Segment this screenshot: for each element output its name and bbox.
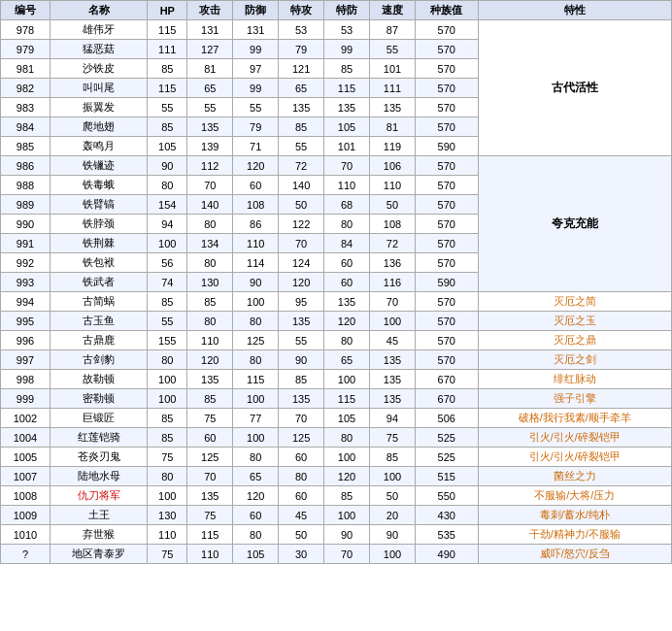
ability-cell: 绯红脉动 [478,370,671,389]
stat-value: 570 [415,234,478,253]
stat-value: 79 [233,117,279,137]
pokemon-name: 铁脖颈 [50,215,147,234]
ability-cell: 灭厄之简 [478,292,671,312]
stat-value: 45 [279,506,324,525]
table-row: 999密勒顿10085100135115135670强子引擎 [1,389,672,409]
stat-value: 131 [187,20,233,40]
table-row: 986铁镴迹901121207270106570夸克充能 [1,156,672,176]
pokemon-name: 爬地翅 [50,117,147,137]
stat-value: 124 [279,253,324,273]
stat-value: 135 [187,486,233,506]
stat-value: 79 [279,40,324,59]
stat-value: 55 [148,312,187,331]
stat-value: 127 [187,40,233,59]
stat-value: 115 [148,20,187,40]
stat-value: 81 [370,117,416,137]
stat-value: 60 [233,176,279,195]
stat-value: 50 [370,486,416,506]
stat-value: 115 [233,370,279,389]
stat-value: 100 [233,428,279,448]
pokemon-name: 铁武者 [50,273,147,292]
stat-value: 55 [233,98,279,117]
stat-value: 74 [148,273,187,292]
stat-value: 135 [370,350,416,370]
stat-value: 85 [279,370,324,389]
stat-value: 100 [233,389,279,409]
stat-value: 80 [324,428,370,448]
stat-value: 70 [324,156,370,176]
stat-value: 80 [233,350,279,370]
ability-group-cell: 夸克充能 [478,156,671,292]
stat-value: 135 [187,370,233,389]
stat-value: 85 [148,409,187,428]
pokemon-id: 989 [1,195,50,215]
stat-value: 525 [415,428,478,448]
stat-value: 65 [187,79,233,98]
ability-cell: 威吓/怒穴/反刍 [478,545,671,564]
stat-value: 120 [187,350,233,370]
column-header: 速度 [370,1,416,20]
stat-value: 85 [148,428,187,448]
stat-value: 110 [187,331,233,350]
stat-value: 100 [324,370,370,389]
ability-cell: 不服输/大将/压力 [478,486,671,506]
pokemon-name: 古玉鱼 [50,312,147,331]
stat-value: 100 [370,312,416,331]
column-header: 特防 [324,1,370,20]
pokemon-id: 984 [1,117,50,137]
stat-value: 135 [324,292,370,312]
column-header: 防御 [233,1,279,20]
stat-value: 85 [324,59,370,79]
column-header: 种族值 [415,1,478,20]
stat-value: 95 [279,292,324,312]
stat-value: 125 [187,448,233,467]
stat-value: 80 [187,312,233,331]
pokemon-id: ? [1,545,50,564]
stat-value: 85 [148,292,187,312]
stat-value: 116 [370,273,416,292]
column-header: 特攻 [279,1,324,20]
stat-value: 70 [370,292,416,312]
table-row: 1005苍炎刃鬼75125806010085525引火/引火/碎裂铠甲 [1,448,672,467]
stat-value: 135 [279,312,324,331]
column-header: 编号 [1,1,50,20]
table-row: 1008仇刀将军100135120608550550不服输/大将/压力 [1,486,672,506]
stat-value: 90 [233,273,279,292]
pokemon-name: 巨锻匠 [50,409,147,428]
stat-value: 670 [415,370,478,389]
stat-value: 140 [187,195,233,215]
stat-value: 80 [324,331,370,350]
pokemon-id: 1005 [1,448,50,467]
pokemon-name: 铁臂镐 [50,195,147,215]
stat-value: 50 [279,525,324,545]
stat-value: 570 [415,215,478,234]
stat-value: 570 [415,117,478,137]
stat-value: 99 [324,40,370,59]
stat-value: 99 [233,40,279,59]
stat-value: 100 [148,370,187,389]
stat-value: 72 [279,156,324,176]
stat-value: 65 [324,350,370,370]
pokemon-name: 铁镴迹 [50,156,147,176]
stat-value: 570 [415,331,478,350]
pokemon-name: 轰鸣月 [50,137,147,156]
stat-value: 570 [415,98,478,117]
stat-value: 72 [370,234,416,253]
stat-value: 570 [415,312,478,331]
stat-value: 80 [187,215,233,234]
stat-value: 105 [233,545,279,564]
ability-cell: 破格/我行我素/顺手牵羊 [478,409,671,428]
stat-value: 125 [279,428,324,448]
stat-value: 60 [187,428,233,448]
stat-value: 135 [370,389,416,409]
stat-value: 570 [415,292,478,312]
stat-value: 80 [148,467,187,486]
stat-value: 120 [233,156,279,176]
ability-cell: 毒刺/蓄水/纯朴 [478,506,671,525]
pokemon-id: 994 [1,292,50,312]
stat-value: 85 [148,59,187,79]
stat-value: 110 [187,545,233,564]
pokemon-name: 故勒顿 [50,370,147,389]
pokemon-name: 振翼发 [50,98,147,117]
stat-value: 122 [279,215,324,234]
